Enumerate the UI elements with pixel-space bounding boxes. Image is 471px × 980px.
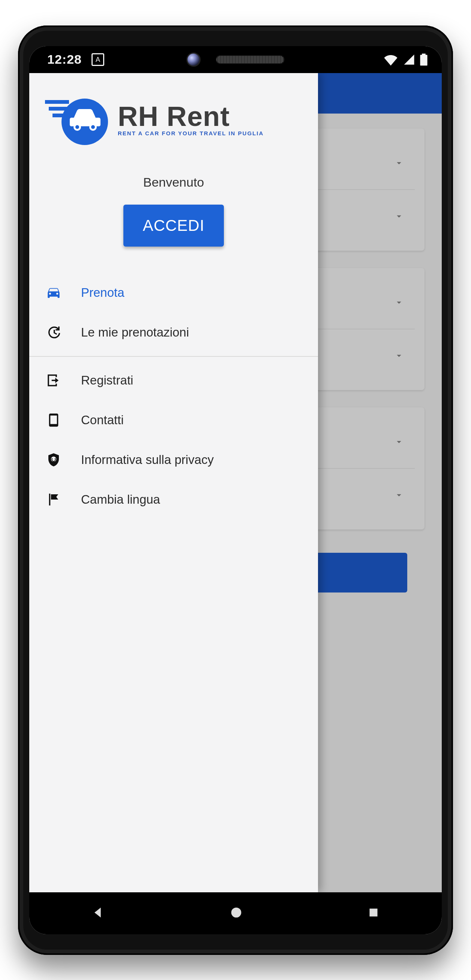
- nav-home-button[interactable]: [229, 905, 244, 921]
- status-indicator: A: [91, 53, 104, 66]
- signup-icon: [45, 372, 62, 388]
- menu-item-privacy[interactable]: Informativa sulla privacy: [29, 440, 318, 480]
- menu-item-bookings[interactable]: Le mie prenotazioni: [29, 313, 318, 352]
- logo-tagline: RENT A CAR FOR YOUR TRAVEL IN PUGLIA: [118, 130, 263, 137]
- screen: 12:28 A: [29, 46, 442, 934]
- android-nav-bar: [29, 892, 442, 934]
- front-camera-icon: [186, 52, 201, 67]
- menu-item-register[interactable]: Registrati: [29, 361, 318, 400]
- signal-icon: [404, 54, 415, 65]
- app-body: RH Rent RENT A CAR FOR YOUR TRAVEL IN PU…: [29, 73, 442, 892]
- speaker-grille-icon: [216, 55, 285, 64]
- menu-item-prenota[interactable]: Prenota: [29, 273, 318, 313]
- welcome-text: Benvenuto: [29, 175, 318, 189]
- phone-icon: [45, 412, 62, 428]
- battery-icon: [420, 54, 428, 65]
- menu-item-label: Informativa sulla privacy: [81, 453, 214, 467]
- svg-point-5: [75, 125, 79, 129]
- drawer-menu: Prenota Le mie prenotazioni Registra: [29, 273, 318, 519]
- logo: RH Rent RENT A CAR FOR YOUR TRAVEL IN PU…: [29, 73, 318, 154]
- logo-text-wrap: RH Rent RENT A CAR FOR YOUR TRAVEL IN PU…: [118, 100, 263, 137]
- menu-item-language[interactable]: Cambia lingua: [29, 480, 318, 519]
- svg-rect-0: [45, 100, 69, 104]
- status-right: [383, 46, 428, 73]
- history-icon: [45, 325, 62, 340]
- logo-title: RH Rent: [118, 100, 263, 132]
- menu-item-label: Prenota: [81, 286, 125, 300]
- svg-point-7: [91, 125, 95, 129]
- phone-frame: 12:28 A: [18, 25, 453, 955]
- privacy-icon: [45, 452, 62, 468]
- menu-item-label: Registrati: [81, 373, 133, 388]
- svg-point-8: [232, 907, 241, 917]
- menu-separator: [29, 356, 318, 357]
- menu-item-label: Cambia lingua: [81, 492, 160, 507]
- logo-icon: [45, 90, 109, 146]
- car-icon: [45, 285, 62, 301]
- flag-icon: [45, 492, 62, 508]
- nav-back-button[interactable]: [91, 905, 106, 921]
- nav-recent-button[interactable]: [367, 906, 380, 921]
- notch: [161, 46, 310, 73]
- menu-item-contacts[interactable]: Contatti: [29, 400, 318, 440]
- wifi-icon: [383, 54, 398, 65]
- navigation-drawer: RH Rent RENT A CAR FOR YOUR TRAVEL IN PU…: [29, 73, 318, 892]
- status-bar: 12:28 A: [29, 46, 442, 73]
- status-time: 12:28: [47, 52, 82, 67]
- svg-rect-9: [370, 908, 378, 916]
- menu-item-label: Contatti: [81, 413, 124, 427]
- menu-item-label: Le mie prenotazioni: [81, 325, 189, 339]
- login-button[interactable]: ACCEDI: [123, 205, 224, 247]
